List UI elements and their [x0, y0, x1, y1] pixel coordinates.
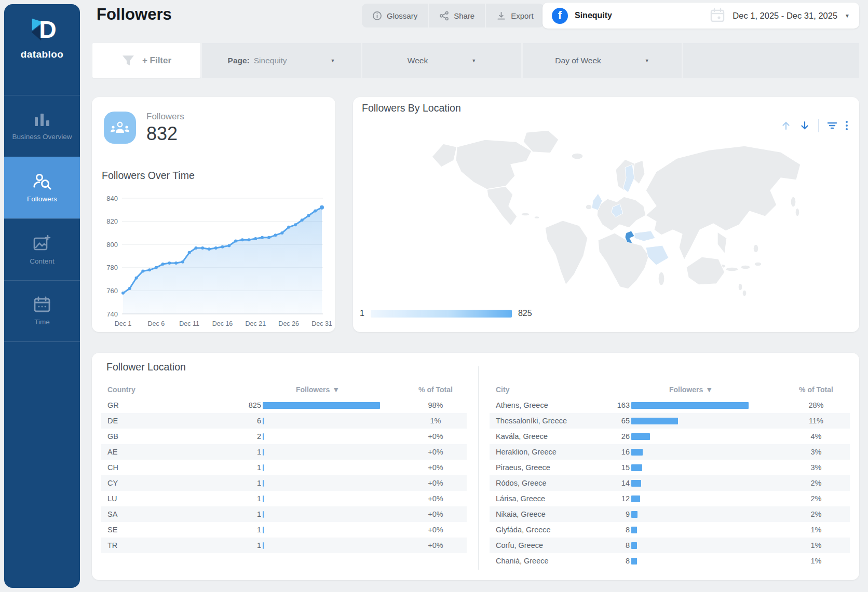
content-image-icon [33, 235, 51, 252]
followers-cell: 825 [231, 401, 404, 409]
follower-bar [263, 480, 264, 487]
followers-value: 1 [231, 526, 261, 534]
percent-of-total: 98% [404, 401, 467, 409]
day-of-week-filter-dropdown[interactable]: Day of Week ▼ [523, 43, 682, 78]
follower-bar [631, 542, 637, 549]
svg-text:Dec 21: Dec 21 [246, 320, 266, 327]
table-row[interactable]: Piraeus, Greece153% [490, 460, 850, 475]
export-label: Export [511, 11, 533, 20]
kpi-label: Followers [146, 112, 184, 122]
logo-text: databloo [21, 49, 63, 60]
week-filter-dropdown[interactable]: Week ▼ [362, 43, 521, 78]
followers-group-icon [104, 112, 136, 144]
followers-cell: 15 [600, 463, 782, 472]
percent-of-total: 3% [782, 463, 850, 472]
page-filter-dropdown[interactable]: Page: Sinequity ▼ [202, 43, 361, 78]
table-row[interactable]: SA1+0% [101, 506, 467, 522]
svg-text:Dec 11: Dec 11 [179, 320, 199, 327]
table-row[interactable]: AE1+0% [101, 444, 467, 460]
followers-icon [33, 173, 51, 190]
table-row[interactable]: Thessaloníki, Greece6511% [490, 413, 850, 429]
table-row[interactable]: Kavála, Greece264% [490, 429, 850, 444]
table-row[interactable]: Heraklion, Greece163% [490, 444, 850, 460]
follower-location-card: Follower Location CountryFollowers▼% of … [92, 353, 859, 580]
svg-text:740: 740 [106, 310, 118, 318]
table-row[interactable]: Chaniá, Greece81% [490, 553, 850, 569]
table-row[interactable]: Nikaia, Greece92% [490, 506, 850, 522]
followers-cell: 65 [600, 417, 782, 425]
sidebar: D databloo Business Overview Followers [4, 4, 80, 588]
country-table: CountryFollowers▼% of TotalGR82598%DE61%… [101, 382, 467, 553]
table-row[interactable]: Lárisa, Greece122% [490, 491, 850, 506]
week-filter-label: Week [408, 56, 428, 65]
table-row[interactable]: LU1+0% [101, 491, 467, 506]
table-row[interactable]: Ródos, Greece142% [490, 475, 850, 491]
followers-value: 9 [600, 510, 630, 518]
table-row[interactable]: SE1+0% [101, 522, 467, 538]
location-name: Corfu, Greece [490, 541, 600, 549]
share-button[interactable]: Share [429, 4, 485, 27]
followers-value: 15 [600, 463, 630, 472]
svg-text:Dec 1: Dec 1 [115, 320, 132, 327]
date-range-picker[interactable]: Dec 1, 2025 - Dec 31, 2025 ▼ [710, 8, 850, 23]
column-header-sort[interactable]: Followers▼ [600, 386, 782, 394]
followers-value: 825 [231, 401, 261, 409]
share-icon [439, 11, 449, 21]
export-button[interactable]: Export [486, 4, 544, 27]
svg-text:820: 820 [106, 217, 118, 225]
table-row[interactable]: GB2+0% [101, 429, 467, 444]
follower-bar [631, 433, 650, 440]
sidebar-item-content[interactable]: Content [4, 218, 80, 280]
sidebar-item-time[interactable]: Time [4, 280, 80, 342]
account-name: Sinequity [575, 11, 612, 20]
table-row[interactable]: DE61% [101, 413, 467, 429]
follower-bar [631, 480, 641, 487]
legend-max: 825 [518, 309, 532, 318]
chevron-down-icon: ▼ [845, 13, 850, 19]
percent-of-total: +0% [404, 541, 467, 549]
location-name: Athens, Greece [490, 401, 600, 409]
follower-bar [631, 464, 642, 471]
databloo-logo[interactable]: D databloo [4, 4, 80, 60]
share-label: Share [454, 11, 474, 20]
followers-cell: 6 [231, 417, 404, 425]
sidebar-item-followers[interactable]: Followers [4, 157, 80, 218]
svg-text:760: 760 [106, 287, 118, 295]
sort-caret-icon: ▼ [332, 386, 340, 394]
funnel-icon [121, 54, 135, 67]
world-map[interactable] [354, 128, 858, 299]
date-range-text: Dec 1, 2025 - Dec 31, 2025 [733, 11, 837, 21]
table-row[interactable]: GR82598% [101, 397, 467, 413]
glossary-label: Glossary [387, 11, 417, 20]
page-title: Followers [97, 5, 172, 24]
table-row[interactable]: Glyfáda, Greece81% [490, 522, 850, 538]
page-filter-value: Sinequity [254, 56, 287, 65]
sidebar-item-label: Followers [27, 195, 57, 203]
calendar-icon [33, 296, 51, 313]
followers-cell: 12 [600, 494, 782, 503]
column-header-sort[interactable]: Followers▼ [231, 386, 404, 394]
glossary-button[interactable]: Glossary [362, 4, 428, 27]
calendar-icon [710, 8, 725, 23]
map-title: Followers By Location [362, 102, 461, 114]
table-row[interactable]: Athens, Greece16328% [490, 397, 850, 413]
followers-cell: 1 [231, 463, 404, 472]
table-row[interactable]: CY1+0% [101, 475, 467, 491]
followers-value: 1 [231, 510, 261, 518]
percent-of-total: 4% [782, 432, 850, 440]
add-filter-button[interactable]: + Filter [92, 43, 200, 78]
table-row[interactable]: Corfu, Greece81% [490, 538, 850, 553]
follower-bar [263, 402, 380, 409]
sidebar-item-label: Content [30, 257, 54, 265]
sidebar-item-business-overview[interactable]: Business Overview [4, 95, 80, 157]
table-row[interactable]: CH1+0% [101, 460, 467, 475]
location-name: CY [101, 479, 231, 487]
location-name: Thessaloníki, Greece [490, 417, 600, 425]
followers-cell: 1 [231, 541, 404, 549]
followers-over-time-chart[interactable]: 740760780800820840Dec 1Dec 6Dec 11Dec 16… [92, 180, 335, 332]
follower-bar [631, 527, 637, 533]
followers-cell: 26 [600, 432, 782, 440]
table-row[interactable]: TR1+0% [101, 538, 467, 553]
followers-value: 1 [231, 463, 261, 472]
follower-bar [263, 449, 264, 456]
